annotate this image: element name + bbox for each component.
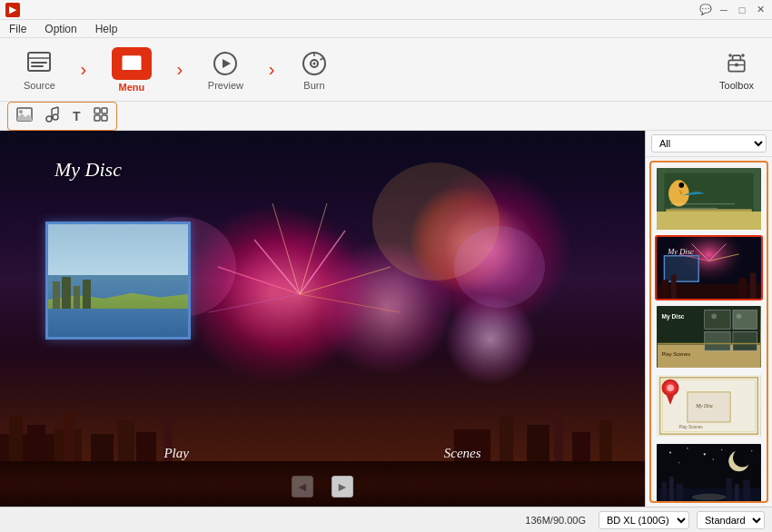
arrow-2: › xyxy=(166,54,193,86)
menu-file[interactable]: File xyxy=(5,21,30,37)
template-item-5[interactable] xyxy=(655,442,763,503)
svg-line-26 xyxy=(52,107,58,109)
svg-point-95 xyxy=(711,314,717,320)
message-btn[interactable]: 💬 xyxy=(699,4,712,16)
step-burn[interactable]: Burn xyxy=(285,44,343,96)
preview-labels: Play Scenes xyxy=(0,446,645,461)
status-bar: 136M/90.00G BD XL (100G) DVD-5 DVD-9 BD-… xyxy=(0,507,772,532)
svg-rect-3 xyxy=(31,65,44,67)
svg-rect-29 xyxy=(94,108,100,113)
svg-point-28 xyxy=(53,114,58,120)
svg-point-104 xyxy=(667,384,674,391)
prev-arrow[interactable]: ◄ xyxy=(292,476,313,498)
maximize-btn[interactable]: □ xyxy=(736,4,748,16)
thumbnail-box[interactable] xyxy=(45,222,191,340)
arrow-1: › xyxy=(70,54,97,86)
app-icon: ▶ xyxy=(5,3,20,17)
preview-icon-wrap xyxy=(211,49,240,78)
template-thumb-5 xyxy=(657,444,761,503)
grid-tool-icon xyxy=(94,107,108,122)
template-2-svg: My Disc Play Scenes xyxy=(657,237,761,299)
svg-rect-125 xyxy=(735,484,739,503)
svg-rect-7 xyxy=(134,63,137,64)
svg-point-127 xyxy=(692,494,727,501)
quality-select[interactable]: Standard High Ultra xyxy=(697,511,765,529)
menu-help[interactable]: Help xyxy=(92,21,122,37)
toolbox-svg xyxy=(724,49,749,74)
template-item-2[interactable]: My Disc Play Scenes xyxy=(655,235,763,300)
tool-group: T xyxy=(7,102,117,131)
menu-icon xyxy=(119,51,144,76)
next-arrow[interactable]: ► xyxy=(332,476,353,498)
svg-rect-18 xyxy=(735,63,738,66)
title-bar: ▶ 💬 ─ □ ✕ xyxy=(0,0,772,20)
format-select[interactable]: BD XL (100G) DVD-5 DVD-9 BD-25 xyxy=(599,511,689,529)
svg-text:Play          Scenes: Play Scenes xyxy=(678,425,703,429)
source-icon-wrap xyxy=(25,49,54,78)
svg-rect-31 xyxy=(94,115,100,121)
burn-label: Burn xyxy=(303,80,324,91)
svg-rect-72 xyxy=(666,209,751,216)
minimize-btn[interactable]: ─ xyxy=(718,4,730,16)
svg-rect-63 xyxy=(83,280,91,309)
svg-point-67 xyxy=(672,180,686,193)
image-tool-btn[interactable] xyxy=(14,105,35,127)
template-thumb-2: My Disc Play Scenes xyxy=(657,237,761,299)
svg-point-96 xyxy=(737,314,742,320)
scenes-label[interactable]: Scenes xyxy=(444,446,481,461)
svg-rect-5 xyxy=(124,58,133,64)
thumbnail-inner xyxy=(48,224,188,337)
step-preview[interactable]: Preview xyxy=(193,44,258,96)
step-source[interactable]: Source xyxy=(9,44,70,96)
close-btn[interactable]: ✕ xyxy=(754,4,767,16)
svg-point-68 xyxy=(678,182,684,188)
svg-rect-84 xyxy=(662,280,669,299)
svg-rect-60 xyxy=(53,281,60,309)
svg-text:My Disc: My Disc xyxy=(662,313,685,320)
template-thumb-3: My Disc Play Scenes xyxy=(657,306,761,368)
burn-icon xyxy=(300,49,329,78)
menu-label: Menu xyxy=(118,82,144,93)
music-tool-icon xyxy=(45,106,60,123)
play-label[interactable]: Play xyxy=(163,446,189,461)
source-label: Source xyxy=(24,80,55,91)
svg-rect-93 xyxy=(705,331,730,350)
menu-option[interactable]: Option xyxy=(41,21,80,37)
text-tool-btn[interactable]: T xyxy=(70,107,84,125)
template-4-svg: My Disc Play Scenes xyxy=(657,375,761,437)
svg-rect-71 xyxy=(658,214,760,230)
svg-rect-32 xyxy=(102,115,107,121)
preview-area: My Disc Play xyxy=(0,131,645,507)
svg-rect-122 xyxy=(669,477,674,503)
svg-rect-92 xyxy=(733,310,757,330)
template-item-1[interactable] xyxy=(655,166,763,232)
source-icon xyxy=(25,49,54,78)
template-thumb-4: My Disc Play Scenes xyxy=(657,375,761,437)
template-thumb-1 xyxy=(657,168,761,230)
svg-rect-2 xyxy=(31,62,47,64)
svg-point-115 xyxy=(678,462,679,463)
preview-icon xyxy=(211,49,240,78)
step-container: Source › Menu › xyxy=(9,42,343,98)
svg-rect-91 xyxy=(705,310,730,330)
toolbox-button[interactable]: Toolbox xyxy=(710,44,763,96)
menu-icon-wrap xyxy=(112,47,152,80)
template-item-4[interactable]: My Disc Play Scenes xyxy=(655,373,763,438)
svg-rect-6 xyxy=(134,58,139,61)
svg-rect-121 xyxy=(662,482,668,503)
panel-header: All Fantasy Nature Classic xyxy=(646,131,772,157)
preview-bg: My Disc Play xyxy=(0,131,645,507)
svg-rect-61 xyxy=(62,277,71,309)
grid-tool-btn[interactable] xyxy=(91,105,111,127)
step-menu[interactable]: Menu xyxy=(97,42,166,98)
image-tool-icon xyxy=(16,107,33,122)
template-item-3[interactable]: My Disc Play Scenes xyxy=(655,304,763,369)
music-tool-btn[interactable] xyxy=(43,104,63,128)
svg-text:Play Scenes: Play Scenes xyxy=(662,351,691,357)
svg-point-13 xyxy=(312,62,315,64)
svg-rect-62 xyxy=(74,286,80,309)
svg-point-24 xyxy=(46,116,52,122)
template-filter[interactable]: All Fantasy Nature Classic xyxy=(651,134,767,153)
svg-rect-76 xyxy=(664,256,698,281)
svg-point-119 xyxy=(733,448,752,468)
